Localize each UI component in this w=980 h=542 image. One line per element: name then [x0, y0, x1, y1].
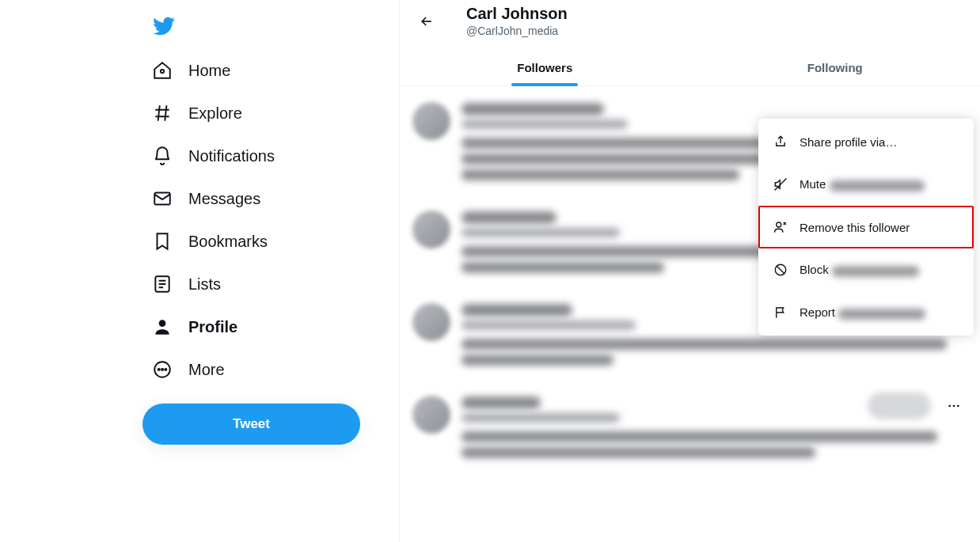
nav-label: Notifications — [188, 147, 275, 165]
svg-point-7 — [165, 369, 166, 370]
profile-name: Carl Johnson — [466, 5, 568, 23]
dropdown-report[interactable]: Report — [758, 291, 974, 334]
dropdown-label: Share profile via… — [800, 135, 897, 149]
back-button[interactable] — [412, 7, 441, 36]
home-icon — [152, 60, 173, 81]
more-dots-icon — [947, 399, 961, 413]
profile-handle: @CarlJohn_media — [466, 25, 568, 37]
dropdown-share[interactable]: Share profile via… — [758, 120, 974, 163]
tab-followers[interactable]: Followers — [400, 48, 690, 85]
nav-explore[interactable]: Explore — [142, 92, 399, 135]
block-icon — [773, 262, 788, 278]
follower-row[interactable] — [400, 385, 980, 477]
avatar — [412, 303, 450, 341]
hashtag-icon — [152, 103, 173, 123]
svg-point-0 — [161, 70, 164, 73]
list-icon — [152, 274, 173, 294]
dropdown-remove-follower[interactable]: Remove this follower — [758, 206, 974, 248]
twitter-bird-icon — [152, 14, 176, 38]
nav-label: Home — [188, 62, 230, 80]
nav-label: Profile — [188, 318, 237, 336]
avatar — [412, 102, 450, 140]
dropdown-label: Mute — [800, 177, 925, 191]
person-icon — [152, 316, 173, 337]
more-circle-icon — [152, 359, 173, 380]
profile-actions-dropdown: Share profile via… Mute Remove this foll… — [758, 119, 974, 335]
dropdown-label: Block — [800, 263, 919, 276]
dropdown-label: Report — [800, 305, 925, 319]
nav-home[interactable]: Home — [142, 49, 399, 92]
avatar — [412, 210, 450, 248]
remove-follower-icon — [773, 219, 788, 235]
profile-header: Carl Johnson @CarlJohn_media — [400, 0, 980, 37]
bell-icon — [152, 146, 173, 166]
share-icon — [773, 134, 788, 150]
dropdown-label: Remove this follower — [800, 221, 910, 234]
bookmark-icon — [152, 231, 173, 252]
dropdown-block[interactable]: Block — [758, 248, 974, 291]
nav-bookmarks[interactable]: Bookmarks — [142, 220, 399, 263]
sidebar: Home Explore Notifications Messages Book… — [0, 0, 400, 542]
svg-point-3 — [159, 320, 166, 327]
svg-point-5 — [158, 369, 160, 370]
nav-lists[interactable]: Lists — [142, 263, 399, 305]
nav-notifications[interactable]: Notifications — [142, 135, 399, 177]
nav-label: Messages — [188, 190, 260, 208]
follow-tabs: Followers Following — [400, 48, 980, 86]
report-flag-icon — [773, 305, 788, 320]
header-text: Carl Johnson @CarlJohn_media — [466, 5, 568, 37]
main-column: Carl Johnson @CarlJohn_media Followers F… — [400, 0, 980, 542]
nav-more[interactable]: More — [142, 348, 399, 391]
nav-label: More — [188, 361, 225, 379]
nav-label: Bookmarks — [188, 233, 268, 251]
nav-messages[interactable]: Messages — [142, 177, 399, 220]
nav-label: Lists — [188, 275, 221, 294]
svg-point-10 — [957, 405, 959, 407]
svg-point-11 — [777, 222, 781, 227]
envelope-icon — [152, 188, 173, 209]
svg-point-6 — [161, 369, 163, 370]
mute-icon — [773, 176, 788, 192]
follow-button[interactable] — [868, 392, 931, 419]
avatar — [412, 396, 450, 434]
tweet-button[interactable]: Tweet — [142, 404, 360, 445]
nav-profile[interactable]: Profile — [142, 305, 399, 348]
nav-label: Explore — [188, 104, 242, 123]
tab-following[interactable]: Following — [690, 48, 981, 85]
svg-point-8 — [948, 405, 951, 407]
svg-point-9 — [953, 405, 955, 407]
arrow-left-icon — [419, 13, 435, 29]
dropdown-mute[interactable]: Mute — [758, 163, 974, 206]
logo-button[interactable] — [142, 8, 399, 49]
more-button[interactable] — [940, 392, 967, 419]
